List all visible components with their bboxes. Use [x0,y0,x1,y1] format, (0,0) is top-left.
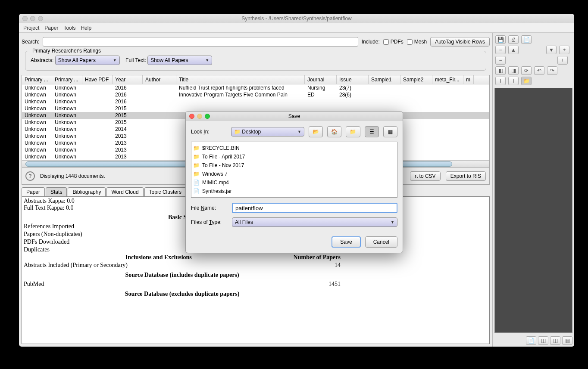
close-icon[interactable] [22,16,28,21]
tab-stats[interactable]: Stats [46,187,67,196]
doc-icon[interactable]: 📄 [521,35,532,44]
fulltext-combo[interactable]: Show All Papers▼ [147,56,212,65]
right-panel: 💾 🖨 📄 − ▲ ▼ + − + ◧ ◨ [492,33,574,347]
minimize-icon[interactable] [30,16,35,21]
plus2-icon[interactable]: + [557,56,568,65]
stats-row: Abstracts Included (Primary or Secondary… [24,261,341,269]
menu-tools[interactable]: Tools [63,25,75,31]
ratings-legend: Primary Researcher's Ratings [31,48,103,54]
col-issue[interactable]: Issue [337,75,369,84]
detail-view-icon[interactable]: ▦ [383,126,397,137]
print-icon[interactable]: 🖨 [508,35,519,44]
menu-paper[interactable]: Paper [44,25,58,31]
table-header: Primary ... Primary ... Have PDF Year Au… [22,75,489,84]
h-incl: Inclusions and Exclusions [24,254,294,261]
preview-area [494,88,572,333]
titlebar: Synthesis - /Users/Shared/Synthesis/pati… [19,14,574,23]
col-title[interactable]: Title [176,75,305,84]
export-csv-button[interactable]: rt to CSV [410,171,441,181]
export-ris-button[interactable]: Export to RIS [446,171,486,181]
file-list[interactable]: 📁$RECYCLE.BIN📁To File - April 2017📁To Fi… [191,142,397,198]
lookin-combo[interactable]: 📁 Desktop▼ [231,127,304,136]
bt1-icon[interactable]: 📄 [526,336,536,345]
folder-icon[interactable]: 📁 [521,77,532,85]
col-primary1[interactable]: Primary ... [22,75,52,84]
col-sample2[interactable]: Sample2 [400,75,432,84]
file-item[interactable]: 📁To File - Nov 2017 [193,161,395,170]
file-item[interactable]: 📁Windows 7 [193,170,395,178]
col-journal[interactable]: Journal [305,75,337,84]
h-src2: Source Database (excludes duplicate pape… [24,291,341,298]
pdfs-checkbox[interactable] [383,39,389,45]
mesh-checkbox[interactable] [407,39,413,45]
table-row[interactable]: UnknownUnknown2016Innovative Program Tar… [22,91,489,98]
col-sample1[interactable]: Sample1 [369,75,400,84]
col-havepdf[interactable]: Have PDF [82,75,113,84]
tab-wordcloud[interactable]: Word Cloud [106,187,143,196]
bt4-icon[interactable]: ▦ [562,336,572,345]
window-title: Synthesis - /Users/Shared/Synthesis/pati… [241,16,351,22]
h-numpapers: Number of Papers [294,254,341,261]
bt2-icon[interactable]: ◫ [538,336,548,345]
ratings-fieldset: Primary Researcher's Ratings Abstracts: … [25,51,486,71]
tab-bibliography[interactable]: Bibliography [68,187,106,196]
minus-icon[interactable]: − [495,46,506,54]
filetype-label: Files of Type: [191,219,228,225]
bt3-icon[interactable]: ◫ [550,336,560,345]
col-primary2[interactable]: Primary ... [52,75,82,84]
down-icon[interactable]: ▼ [546,46,557,54]
nav1-icon[interactable]: ◧ [495,66,506,75]
nav3-icon[interactable]: ⟳ [521,66,532,75]
file-item[interactable]: 📄Synthesis.jar [193,187,395,195]
plus-icon[interactable]: + [559,46,569,54]
minus2-icon[interactable]: − [495,56,506,65]
search-label: Search: [22,39,39,45]
menu-project[interactable]: Project [23,25,39,31]
dlg-min-icon[interactable] [197,114,202,119]
dialog-titlebar: Save [186,112,403,121]
filename-input[interactable] [232,203,397,213]
h-src1: Source Database (includes duplicate pape… [24,272,341,279]
dialog-title: Save [288,113,300,119]
redo-icon[interactable]: ↷ [547,66,557,75]
table-row[interactable]: UnknownUnknown2016Nuffield Trust report … [22,84,489,91]
up-icon[interactable]: ▲ [508,46,519,54]
traffic-lights [22,16,43,21]
nav2-icon[interactable]: ◨ [508,66,519,75]
autotag-button[interactable]: AutoTag Visible Rows [430,37,490,47]
filetype-combo[interactable]: All Files▼ [232,217,397,227]
dlg-zoom-icon[interactable] [205,114,210,119]
lookin-label: Look In: [191,129,227,135]
abstracts-combo[interactable]: Show All Papers▼ [55,56,120,65]
help-icon[interactable]: ? [25,171,35,181]
list-view-icon[interactable]: ☰ [365,126,379,137]
zoom-icon[interactable] [38,16,43,21]
col-author[interactable]: Author [143,75,176,84]
file-item[interactable]: 📁To File - April 2017 [193,152,395,161]
stats-row: PubMed1451 [24,280,341,288]
cancel-button[interactable]: Cancel [365,236,397,248]
up-folder-icon[interactable]: 📂 [309,126,323,137]
save-icon[interactable]: 💾 [495,35,506,44]
home-icon[interactable]: 🏠 [327,126,341,137]
dlg-close-icon[interactable] [189,114,194,119]
tab-topicclusters[interactable]: Topic Clusters [144,187,186,196]
filename-label: File Name: [191,205,228,211]
menu-help[interactable]: Help [81,25,91,31]
file-item[interactable]: 📄MIMIC.mp4 [193,178,395,187]
search-input[interactable] [43,37,358,47]
include-label: Include: [362,39,380,45]
new-folder-icon[interactable]: 📁 [346,126,360,137]
tab-paper[interactable]: Paper [22,187,45,196]
table-row[interactable]: UnknownUnknown2016 [22,98,489,105]
undo-icon[interactable]: ↶ [534,66,544,75]
t2-icon[interactable]: T [508,77,519,85]
col-meta[interactable]: meta_Fir... [432,75,463,84]
file-item[interactable]: 📁$RECYCLE.BIN [193,144,395,152]
menubar: Project Paper Tools Help [19,23,574,33]
abstracts-label: Abstracts: [31,57,53,63]
t1-icon[interactable]: T [495,77,506,85]
col-m[interactable]: m [463,75,474,84]
col-year[interactable]: Year [113,75,143,84]
save-button[interactable]: Save [332,236,360,248]
